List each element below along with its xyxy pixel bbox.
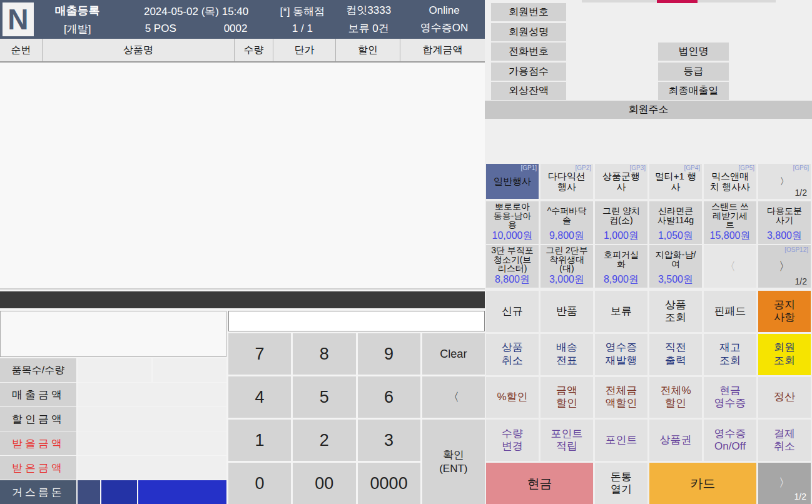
product-button[interactable]: 뽀로로아 동용-남아 용 10,000원: [486, 201, 539, 244]
product-button[interactable]: 호피거실 화 8,900원: [595, 245, 647, 288]
keypad-input-display[interactable]: [228, 311, 485, 331]
totals-panel: 품목수/수량 매출금액 할인금액 받을금액 받은금액 거스름돈: [0, 358, 226, 504]
product-page-next-button[interactable]: [OSP12] 〉 1/2: [758, 245, 811, 288]
product-price: 8,800원: [495, 273, 530, 288]
tab-label: 상품군행 사: [602, 171, 640, 193]
product-button[interactable]: 그린 양치 컵(소) 1,000원: [595, 201, 647, 244]
tab-product-group-event[interactable]: [GP3] 상품군행 사: [595, 164, 647, 199]
key-1[interactable]: 1: [228, 420, 291, 461]
chevron-right-icon: 〉: [779, 476, 790, 490]
key-3[interactable]: 3: [358, 420, 420, 461]
product-name: 3단 부직포 청소기(브 리스터): [491, 245, 534, 273]
key-6[interactable]: 6: [358, 376, 420, 418]
tab-code: [GP2]: [575, 164, 591, 172]
hold-count: 보류 0건: [348, 21, 389, 36]
key-00[interactable]: 00: [293, 463, 355, 504]
tab-label: 다다익선 행사: [548, 171, 586, 193]
card-payment-button[interactable]: 카드: [649, 463, 756, 504]
page-title: 매출등록: [55, 3, 100, 18]
received-row: 받은금액: [0, 456, 226, 480]
key-2[interactable]: 2: [293, 420, 355, 461]
key-clear[interactable]: Clear: [422, 333, 485, 375]
page-indicator: 1 / 1: [292, 23, 313, 35]
receipt-toggle-button[interactable]: 영수증 On/Off: [704, 420, 756, 461]
col-seq: 순번: [0, 39, 43, 61]
stock-search-button[interactable]: 재고 조회: [704, 334, 756, 375]
cancel-item-button[interactable]: 상품 취소: [486, 334, 539, 375]
product-price: 15,800원: [710, 229, 751, 244]
product-search-button[interactable]: 상품 조회: [649, 291, 702, 332]
earn-points-button[interactable]: 포인트 적립: [540, 420, 593, 461]
received-label: 받은금액: [0, 456, 76, 480]
product-button[interactable]: 신라면큰 사발114g 1,050원: [649, 201, 702, 244]
product-button[interactable]: 다용도분 사기 3,800원: [758, 201, 811, 244]
product-page-prev-button[interactable]: 〈: [704, 245, 756, 288]
member-search-button[interactable]: 회원 조회: [758, 334, 811, 375]
col-qty: 수량: [235, 39, 273, 61]
points-button[interactable]: 포인트: [595, 420, 647, 461]
product-button[interactable]: 스탠드 쓰 레받기세 트 15,800원: [704, 201, 756, 244]
key-5[interactable]: 5: [293, 376, 355, 418]
product-name: 다용도분 사기: [767, 201, 802, 229]
total-percent-discount-button[interactable]: 전체% 할인: [649, 377, 702, 418]
category-tabs: [GP1] 일반행사 [GP2] 다다익선 행사 [GP3] 상품군행 사 [G…: [485, 164, 812, 199]
key-enter[interactable]: 확인 (ENT): [422, 420, 485, 504]
chevron-right-icon: 〉: [780, 176, 789, 186]
product-button[interactable]: 지압화-남/ 여 3,500원: [649, 245, 702, 288]
corp-label: 법인명: [658, 43, 729, 61]
new-sale-button[interactable]: 신규: [486, 291, 539, 332]
tab-code: [GP4]: [684, 164, 700, 172]
open-drawer-button[interactable]: 돈통 열기: [595, 463, 647, 504]
percent-discount-button[interactable]: %할인: [486, 377, 539, 418]
pinpad-button[interactable]: 핀패드: [704, 291, 756, 332]
change-cell-1: [78, 480, 100, 504]
key-8[interactable]: 8: [293, 333, 355, 375]
hold-button[interactable]: 보류: [595, 291, 647, 332]
total-amount-discount-button[interactable]: 전체금 액할인: [595, 377, 647, 418]
product-button[interactable]: 그린 2단부 착위생대 (대) 3,000원: [540, 245, 593, 288]
gift-certificate-button[interactable]: 상품권: [649, 420, 702, 461]
product-button[interactable]: 3단 부직포 청소기(브 리스터) 8,800원: [486, 245, 539, 288]
key-7[interactable]: 7: [228, 333, 291, 375]
settlement-button[interactable]: 정산: [758, 377, 811, 418]
tab-mix-and-match-event[interactable]: [GP5] 믹스앤매 치 행사사: [704, 164, 756, 199]
member-address-header: 회원주소: [485, 101, 812, 119]
received-value: [78, 456, 226, 480]
key-0000[interactable]: 0000: [358, 463, 420, 504]
col-total: 합계금액: [400, 39, 485, 61]
reprint-receipt-button[interactable]: 영수증 재발행: [595, 334, 647, 375]
product-button[interactable]: ^수퍼바닥 솔 9,800원: [540, 201, 593, 244]
points-label: 가용점수: [491, 63, 566, 81]
product-name: ^수퍼바닥 솔: [547, 201, 587, 229]
product-button-row-1: 뽀로로아 동용-남아 용 10,000원 ^수퍼바닥 솔 9,800원 그린 양…: [485, 201, 812, 244]
key-backspace[interactable]: 〈: [422, 376, 485, 418]
receivable-label: 받을금액: [0, 431, 76, 455]
cash-payment-button[interactable]: 현금: [486, 463, 593, 504]
cash-receipt-button[interactable]: 현금 영수증: [704, 377, 756, 418]
notice-button[interactable]: 공지 사항: [758, 291, 811, 332]
cancel-payment-button[interactable]: 결제 취소: [758, 420, 811, 461]
key-0[interactable]: 0: [228, 463, 291, 504]
key-9[interactable]: 9: [358, 333, 420, 375]
function-page-indicator: 1/2: [794, 491, 806, 502]
tab-page-next-button[interactable]: [GP6] 〉 1/2: [758, 164, 811, 199]
tab-label: 믹스앤매 치 행사사: [710, 171, 750, 193]
amount-discount-button[interactable]: 금액 할인: [540, 377, 593, 418]
sales-table-header: 순번 상품명 수량 단가 할인 합계금액: [0, 39, 485, 63]
tab-multi-plus1-event[interactable]: [GP4] 멀티+1 행 사: [649, 164, 702, 199]
key-4[interactable]: 4: [228, 376, 291, 418]
tab-dadaiksun-event[interactable]: [GP2] 다다익선 행사: [540, 164, 593, 199]
item-count-value: [78, 358, 151, 382]
change-qty-button[interactable]: 수량 변경: [486, 420, 539, 461]
item-qty-value: [153, 358, 226, 382]
print-last-button[interactable]: 직전 출력: [649, 334, 702, 375]
return-button[interactable]: 반품: [540, 291, 593, 332]
grade-label: 등급: [658, 63, 729, 81]
function-page-next-button[interactable]: 〉 1/2: [758, 463, 811, 504]
last-sale-label: 최종매출일: [658, 82, 729, 100]
delivery-slip-button[interactable]: 배송 전표: [540, 334, 593, 375]
product-price: 3,000원: [549, 273, 584, 288]
tab-general-event[interactable]: [GP1] 일반행사: [486, 164, 539, 199]
member-no-label: 회원번호: [491, 3, 566, 21]
product-price: 9,800원: [549, 229, 584, 244]
